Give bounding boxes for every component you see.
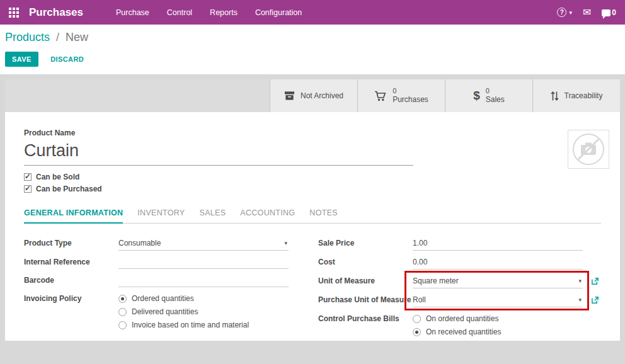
menu-control[interactable]: Control bbox=[167, 8, 192, 17]
sheet-body: Product Name Curtain Can be Sold Can be … bbox=[5, 112, 620, 346]
breadcrumb: Products / New bbox=[5, 31, 620, 44]
breadcrumb-products[interactable]: Products bbox=[5, 31, 50, 43]
traceability-stat-button[interactable]: Traceability bbox=[532, 79, 620, 112]
radio-on-received-quantities[interactable]: On received quantities bbox=[413, 327, 583, 336]
tab-general-information[interactable]: GENERAL INFORMATION bbox=[24, 206, 123, 224]
can-be-sold-checkbox[interactable]: Can be Sold bbox=[24, 173, 601, 181]
radio-icon bbox=[118, 308, 127, 316]
can-be-purchased-checkbox[interactable]: Can be Purchased bbox=[24, 185, 601, 193]
radio-icon bbox=[413, 328, 421, 336]
top-menu: Purchase Control Reports Configuration bbox=[116, 8, 302, 17]
external-link-icon[interactable] bbox=[591, 296, 599, 304]
menu-configuration[interactable]: Configuration bbox=[255, 8, 302, 17]
chat-bubble-icon[interactable]: 0 bbox=[602, 8, 616, 17]
vertical-arrows-icon bbox=[551, 91, 559, 101]
stat-label: Not Archived bbox=[301, 91, 343, 100]
tab-accounting[interactable]: ACCOUNTING bbox=[240, 206, 295, 223]
control-purchase-bills-radio-group: On ordered quantities On received quanti… bbox=[413, 313, 583, 341]
sale-price-input[interactable]: 1.00 bbox=[413, 237, 583, 251]
stat-button-band: Not Archived 0 Purchases $ bbox=[5, 79, 620, 112]
field-product-type: Product Type Consumable ▾ bbox=[24, 237, 289, 251]
help-icon[interactable]: ? ▾ bbox=[557, 8, 572, 17]
chevron-down-icon: ▾ bbox=[578, 297, 582, 303]
product-form-sheet: Not Archived 0 Purchases $ bbox=[5, 79, 620, 341]
app-title[interactable]: Purchases bbox=[29, 6, 83, 19]
purchase-unit-of-measure-select[interactable]: Roll ▾ bbox=[413, 294, 583, 307]
chevron-down-icon: ▾ bbox=[284, 240, 287, 246]
chevron-down-icon: ▾ bbox=[578, 278, 582, 284]
radio-icon bbox=[118, 295, 127, 303]
checkbox-label: Can be Purchased bbox=[36, 185, 102, 193]
unit-of-measure-select[interactable]: Square meter ▾ bbox=[413, 275, 583, 288]
invoicing-policy-radio-group: Ordered quantities Delivered quantities … bbox=[118, 293, 289, 334]
stat-label: Purchases bbox=[393, 95, 428, 105]
breadcrumb-current: New bbox=[66, 31, 88, 43]
field-columns: Product Type Consumable ▾ Internal Refer… bbox=[24, 237, 601, 346]
discard-button[interactable]: DISCARD bbox=[43, 52, 91, 67]
topbar-right: ? ▾ ✉ 0 bbox=[557, 8, 616, 18]
field-control-purchase-bills: Control Purchase Bills On ordered quanti… bbox=[318, 313, 583, 341]
left-column: Product Type Consumable ▾ Internal Refer… bbox=[24, 237, 289, 346]
archived-stat-button[interactable]: Not Archived bbox=[270, 79, 357, 112]
tab-sales[interactable]: SALES bbox=[200, 206, 226, 223]
radio-icon bbox=[413, 315, 421, 323]
apps-menu-icon[interactable] bbox=[9, 8, 19, 18]
cost-input[interactable]: 0.00 bbox=[413, 256, 583, 270]
radio-invoice-time-material[interactable]: Invoice based on time and material bbox=[118, 321, 289, 329]
control-panel: Products / New SAVE DISCARD bbox=[0, 25, 625, 74]
radio-on-ordered-quantities[interactable]: On ordered quantities bbox=[413, 314, 583, 323]
product-name-input[interactable]: Curtain bbox=[24, 139, 413, 166]
top-navbar: Purchases Purchase Control Reports Confi… bbox=[0, 0, 625, 25]
radio-delivered-quantities[interactable]: Delivered quantities bbox=[118, 307, 289, 316]
tab-inventory[interactable]: INVENTORY bbox=[137, 206, 185, 223]
checkbox-icon bbox=[24, 173, 32, 181]
uom-highlighted-group: Unit of Measure Square meter ▾ bbox=[318, 275, 583, 307]
checkbox-icon bbox=[24, 185, 32, 193]
cart-icon bbox=[374, 91, 387, 101]
sales-stat-button[interactable]: $ 0 Sales bbox=[445, 79, 532, 112]
menu-purchase[interactable]: Purchase bbox=[116, 8, 149, 17]
stat-value: 0 bbox=[393, 87, 396, 96]
field-barcode: Barcode bbox=[24, 275, 289, 287]
field-sale-price: Sale Price 1.00 bbox=[318, 237, 583, 251]
tab-notes[interactable]: NOTES bbox=[309, 206, 338, 223]
field-internal-reference: Internal Reference bbox=[24, 256, 289, 269]
menu-reports[interactable]: Reports bbox=[210, 8, 238, 17]
action-buttons: SAVE DISCARD bbox=[5, 52, 620, 67]
right-column: Sale Price 1.00 Cost 0.00 bbox=[318, 237, 583, 346]
radio-ordered-quantities[interactable]: Ordered quantities bbox=[118, 294, 289, 303]
checkbox-label: Can be Sold bbox=[36, 173, 79, 181]
archive-icon bbox=[284, 91, 295, 101]
product-type-select[interactable]: Consumable ▾ bbox=[118, 237, 289, 251]
stat-buttons: Not Archived 0 Purchases $ bbox=[270, 79, 620, 112]
stat-value: 0 bbox=[486, 87, 490, 96]
product-name-label: Product Name bbox=[24, 128, 601, 137]
save-button[interactable]: SAVE bbox=[5, 52, 38, 67]
barcode-input[interactable] bbox=[118, 275, 289, 287]
purchases-stat-button[interactable]: 0 Purchases bbox=[357, 79, 445, 112]
stat-label: Sales bbox=[486, 95, 505, 105]
chat-count-badge: 0 bbox=[612, 8, 616, 17]
breadcrumb-separator: / bbox=[56, 31, 59, 43]
page-background: Not Archived 0 Purchases $ bbox=[0, 74, 625, 364]
chevron-down-icon: ▾ bbox=[569, 9, 572, 16]
field-invoicing-policy: Invoicing Policy Ordered quantities Deli… bbox=[24, 293, 289, 334]
radio-icon bbox=[118, 321, 127, 329]
internal-reference-input[interactable] bbox=[118, 256, 289, 269]
envelope-icon[interactable]: ✉ bbox=[583, 8, 591, 18]
stat-label: Traceability bbox=[565, 91, 603, 100]
field-unit-of-measure: Unit of Measure Square meter ▾ bbox=[318, 275, 583, 288]
field-cost: Cost 0.00 bbox=[318, 256, 583, 270]
sale-purchase-checkboxes: Can be Sold Can be Purchased bbox=[24, 173, 601, 193]
notebook-tabs: GENERAL INFORMATION INVENTORY SALES ACCO… bbox=[24, 206, 601, 224]
dollar-icon: $ bbox=[473, 89, 480, 103]
external-link-icon[interactable] bbox=[591, 277, 599, 285]
field-purchase-unit-of-measure: Purchase Unit of Measure Roll ▾ bbox=[318, 294, 583, 307]
